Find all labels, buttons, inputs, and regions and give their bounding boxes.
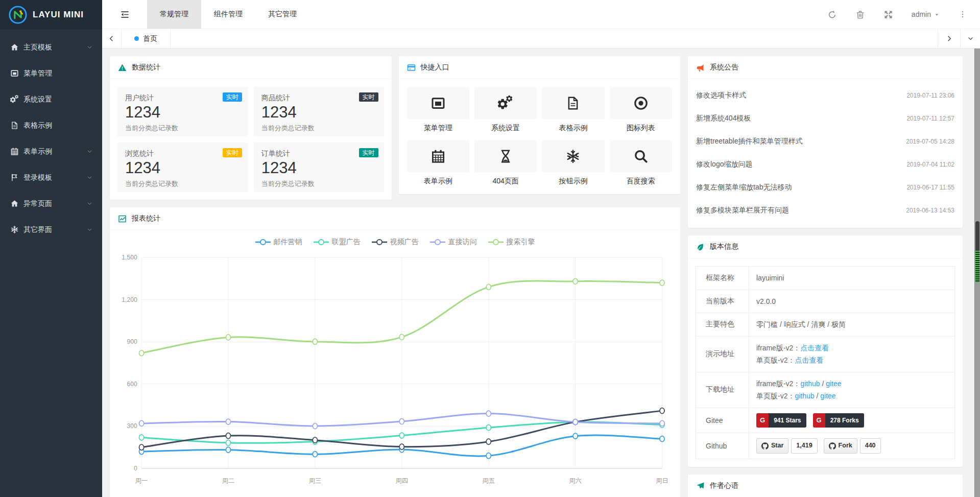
svg-text:周四: 周四 — [396, 477, 408, 484]
snowflake-icon — [10, 225, 19, 234]
caret-down-icon — [934, 11, 940, 18]
quick-entry-1[interactable]: 菜单管理 — [407, 87, 469, 133]
github-widget: Star1,419 — [756, 438, 818, 454]
legend-item-1[interactable]: 邮件营销 — [255, 238, 302, 247]
sidebar-item-label: 其它界面 — [23, 225, 86, 234]
link-github[interactable]: github — [800, 380, 820, 388]
quick-tile — [610, 140, 672, 172]
sidebar-item-4[interactable]: 表格示例 — [0, 112, 102, 138]
link-点击查看[interactable]: 点击查看 — [800, 344, 829, 352]
quick-entry-5[interactable]: 表单示例 — [407, 140, 469, 186]
legend-label: 联盟广告 — [332, 238, 361, 247]
quick-entry-7[interactable]: 按钮示例 — [542, 140, 604, 186]
active-tab-dot — [134, 36, 139, 41]
chevron-down-icon — [86, 174, 93, 181]
notice-row: 修复左侧菜单缩放tab无法移动2019-06-17 11:55 — [696, 176, 954, 199]
sidebar-menu: 主页模板菜单管理系统设置表格示例表单示例登录模板异常页面其它界面 — [0, 29, 102, 243]
sidebar-item-label: 异常页面 — [23, 199, 86, 208]
gitee-badge[interactable]: G941 Stars — [756, 413, 806, 428]
quick-entry-3[interactable]: 表格示例 — [542, 87, 604, 133]
link-github[interactable]: github — [795, 392, 814, 400]
quick-entry-label: 表单示例 — [407, 177, 469, 186]
version-row: GiteeG941 StarsG278 Forks — [696, 408, 955, 433]
quick-entry-2[interactable]: 系统设置 — [474, 87, 537, 133]
stat-value: 1234 — [125, 103, 240, 123]
svg-text:300: 300 — [127, 423, 138, 430]
tabs-scroll-left-button[interactable] — [102, 29, 122, 48]
svg-text:900: 900 — [127, 338, 138, 345]
header-nav-item-3[interactable]: 其它管理 — [255, 0, 309, 29]
github-count[interactable]: 440 — [860, 438, 881, 454]
version-card: 版本信息 框架名称layuimini当前版本v2.0.0主要特色零门槛 / 响应… — [688, 235, 963, 467]
refresh-icon[interactable] — [827, 10, 837, 19]
header-nav-item-1[interactable]: 常规管理 — [147, 0, 201, 29]
fullscreen-icon[interactable] — [883, 10, 893, 19]
status-badge: 实时 — [359, 148, 378, 157]
notice-row: 新增treetable插件和菜单管理样式2019-07-05 14:28 — [696, 130, 954, 153]
logo-bar[interactable]: LAYUI MINI — [0, 0, 102, 29]
sidebar-item-1[interactable]: 主页模板 — [0, 34, 102, 60]
legend-item-4[interactable]: 直接访问 — [430, 238, 477, 247]
chart-legend: 邮件营销联盟广告视频广告直接访问搜索引擎 — [110, 230, 680, 249]
gitee-badge[interactable]: G278 Forks — [813, 413, 864, 428]
scrollbar-thumb[interactable] — [975, 221, 979, 282]
chevron-down-icon — [86, 148, 93, 155]
version-row-value: iframe版-v2：github / gitee单页版-v2：github /… — [749, 372, 955, 408]
quick-entry-4[interactable]: 图标列表 — [610, 87, 672, 133]
version-row-label: Github — [696, 433, 749, 459]
sidebar-item-7[interactable]: 异常页面 — [0, 191, 102, 217]
notice-date: 2019-06-13 14:53 — [906, 207, 954, 214]
stat-value: 1234 — [261, 103, 376, 123]
sidebar-item-8[interactable]: 其它界面 — [0, 217, 102, 243]
svg-text:周二: 周二 — [222, 477, 234, 484]
quick-card-title: 快捷入口 — [421, 63, 449, 72]
line-chart-icon — [118, 215, 127, 223]
stat-desc: 当前分类总记录数 — [125, 124, 240, 133]
notice-card-title: 系统公告 — [710, 63, 738, 72]
version-row-label: 主要特色 — [696, 313, 749, 337]
github-star-button[interactable]: Star — [756, 438, 788, 454]
more-menu-icon[interactable] — [959, 10, 967, 19]
version-row-label: 下载地址 — [696, 372, 749, 408]
sidebar-item-6[interactable]: 登录模板 — [0, 164, 102, 191]
notice-row: 修改logo缩放问题2019-07-04 11:02 — [696, 153, 954, 176]
github-fork-button[interactable]: Fork — [824, 438, 857, 454]
tab-home-label: 首页 — [143, 34, 157, 43]
sidebar-item-3[interactable]: 系统设置 — [0, 86, 102, 112]
trash-icon[interactable] — [855, 10, 865, 19]
user-dropdown[interactable]: admin — [912, 10, 940, 18]
status-badge: 实时 — [223, 92, 242, 102]
legend-item-2[interactable]: 联盟广告 — [314, 238, 361, 247]
link-gitee[interactable]: gitee — [820, 392, 835, 400]
legend-label: 视频广告 — [390, 238, 419, 247]
brand-title: LAYUI MINI — [33, 10, 84, 20]
notice-text: 修改logo缩放问题 — [696, 160, 752, 169]
github-icon — [829, 442, 836, 449]
quick-entry-6[interactable]: 404页面 — [474, 140, 537, 186]
stats-card-title: 数据统计 — [132, 63, 160, 72]
sidebar-item-2[interactable]: 菜单管理 — [0, 60, 102, 86]
link-点击查看[interactable]: 点击查看 — [795, 356, 823, 364]
megaphone-icon — [696, 63, 705, 72]
tabs-menu-button[interactable] — [960, 29, 980, 48]
legend-item-5[interactable]: 搜索引擎 — [488, 238, 535, 247]
collapse-sidebar-button[interactable] — [102, 0, 147, 29]
notice-date: 2019-07-05 14:28 — [906, 138, 954, 145]
tabs-scroll-right-button[interactable] — [938, 29, 960, 48]
report-chart: 03006009001,2001,500周一周二周三周四周五周六周日 — [110, 249, 680, 490]
header-nav-item-2[interactable]: 组件管理 — [201, 0, 255, 29]
link-gitee[interactable]: gitee — [826, 380, 841, 388]
legend-item-3[interactable]: 视频广告 — [372, 238, 419, 247]
stat-box-3: 浏览统计1234当前分类总记录数实时 — [117, 143, 248, 192]
version-row-label: 当前版本 — [696, 290, 749, 313]
tab-home[interactable]: 首页 — [121, 29, 171, 48]
github-count[interactable]: 1,419 — [791, 438, 817, 454]
quick-entry-8[interactable]: 百度搜索 — [610, 140, 672, 186]
home-icon — [10, 43, 19, 52]
gears-icon — [10, 95, 19, 104]
stat-value: 1234 — [125, 158, 240, 178]
sidebar-item-5[interactable]: 表单示例 — [0, 138, 102, 164]
home-icon — [10, 199, 19, 208]
svg-text:周五: 周五 — [482, 477, 494, 484]
version-row-label: 演示地址 — [696, 336, 749, 372]
